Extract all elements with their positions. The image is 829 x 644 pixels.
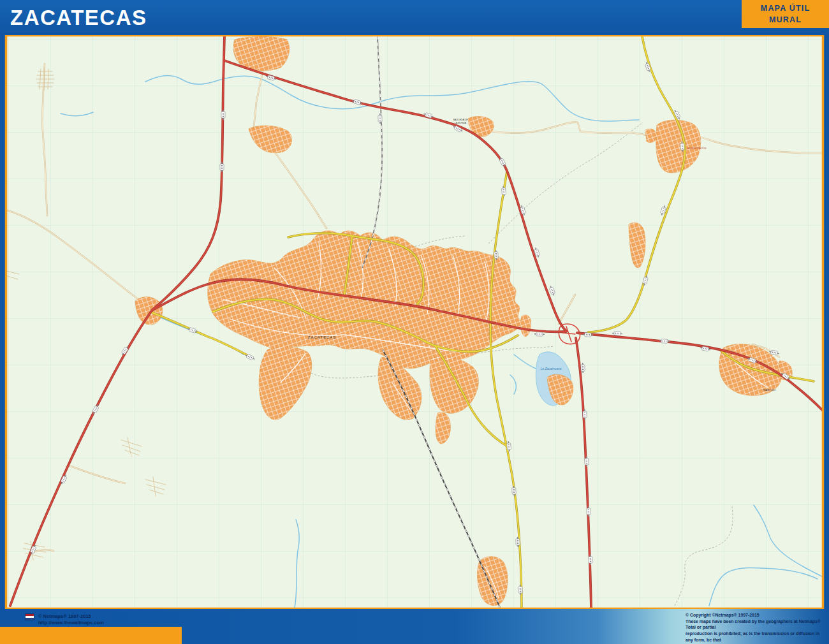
footer-copyright: © Netmaps® 1997-2015 — [38, 613, 104, 620]
label-town-east: TRANCOSO — [763, 389, 776, 392]
label-lake: La Zacatecana — [540, 367, 561, 370]
footer-right-line: reproduction is prohibited; as is the tr… — [686, 631, 823, 643]
page-title: ZACATECAS — [10, 0, 147, 35]
map-type-badge: MAPA ÚTIL MURAL — [742, 0, 829, 28]
map-canvas: ZACATECAS La Zacatecana SAUCEDA DE LA BO… — [0, 0, 829, 644]
footer-right: © Copyright ©Netmaps® 1997-2015 These ma… — [686, 612, 823, 644]
footer-orange-accent — [0, 627, 182, 644]
footer-right-line: © Copyright ©Netmaps® 1997-2015 — [686, 612, 823, 618]
label-city: ZACATECAS — [308, 335, 337, 339]
label-village-north-line1: SAUCEDA DE — [453, 119, 468, 121]
header-bar: ZACATECAS — [0, 0, 829, 35]
footer-url: http://www.thewallmaps.com — [38, 620, 104, 626]
page: ZACATECAS La Zacatecana SAUCEDA DE LA BO… — [0, 0, 829, 644]
netherlands-flag-icon — [26, 614, 34, 620]
label-facility-ne: ADMINISTRACIÓN — [687, 147, 707, 150]
label-village-north-line2: LA BORDA — [455, 122, 467, 124]
badge-line2: MURAL — [769, 14, 802, 26]
footer-right-line: These maps have been created by the geog… — [686, 618, 823, 631]
badge-line1: MAPA ÚTIL — [761, 3, 810, 14]
